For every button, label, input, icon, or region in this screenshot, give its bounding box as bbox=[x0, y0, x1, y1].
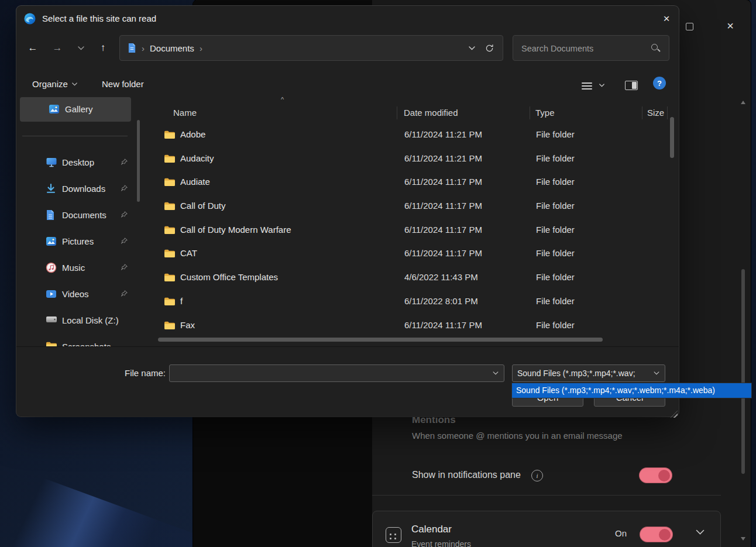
recent-locations-button[interactable] bbox=[71, 39, 90, 57]
file-name-input[interactable] bbox=[174, 365, 487, 383]
table-row[interactable]: Adobe 6/11/2024 11:21 PM File folder bbox=[149, 123, 679, 147]
sidebar-item-label: Music bbox=[62, 254, 85, 281]
info-icon[interactable]: i bbox=[531, 470, 543, 481]
table-row[interactable]: Audiate 6/11/2024 11:17 PM File folder bbox=[149, 170, 679, 194]
organize-label: Organize bbox=[32, 79, 68, 89]
view-options-chevron[interactable] bbox=[599, 84, 604, 87]
pin-icon bbox=[121, 263, 128, 271]
up-button[interactable]: ↑ bbox=[94, 39, 112, 57]
folder-icon bbox=[164, 177, 176, 187]
sidebar-divider bbox=[22, 136, 128, 136]
sidebar-item-label: Videos bbox=[62, 281, 89, 307]
restore-icon bbox=[686, 23, 693, 30]
sidebar-item-local-disk-z[interactable]: Local Disk (Z:) bbox=[16, 307, 149, 333]
table-row[interactable]: Audacity 6/11/2024 11:21 PM File folder bbox=[149, 147, 679, 171]
organize-button[interactable]: Organize bbox=[32, 79, 77, 89]
address-bar[interactable]: › Documents › bbox=[119, 35, 503, 61]
column-divider[interactable] bbox=[530, 106, 530, 119]
pin-icon bbox=[121, 158, 128, 166]
refresh-icon bbox=[485, 44, 494, 53]
calendar-toggle[interactable] bbox=[640, 527, 673, 542]
sidebar-item-videos[interactable]: Videos bbox=[16, 281, 149, 307]
mentions-description: When someone @ mentions you in an email … bbox=[412, 431, 623, 441]
column-header-name[interactable]: Name bbox=[173, 104, 197, 122]
table-row[interactable]: Custom Office Templates 4/6/2022 11:43 P… bbox=[149, 266, 679, 290]
breadcrumb-documents[interactable]: Documents bbox=[150, 43, 194, 53]
file-date: 6/11/2024 11:17 PM bbox=[404, 194, 482, 218]
refresh-button[interactable] bbox=[480, 39, 498, 57]
file-name: Call of Duty bbox=[180, 194, 226, 218]
window-close-button[interactable]: × bbox=[721, 17, 739, 35]
column-divider[interactable] bbox=[397, 106, 397, 119]
toggle-knob bbox=[658, 470, 670, 481]
file-type: File folder bbox=[536, 314, 575, 338]
list-vertical-scrollbar-thumb[interactable] bbox=[670, 117, 674, 158]
calendar-title: Calendar bbox=[411, 524, 452, 535]
edge-app-icon bbox=[23, 12, 36, 25]
sidebar-scrollbar-thumb[interactable] bbox=[137, 120, 140, 202]
scroll-down-arrow[interactable] bbox=[741, 537, 745, 541]
sidebar-item-label: Screenshots bbox=[62, 333, 111, 346]
chevron-down-icon[interactable] bbox=[696, 529, 705, 535]
downloads-icon bbox=[46, 183, 57, 195]
app-scrollbar-thumb[interactable] bbox=[741, 269, 745, 474]
folder-icon bbox=[164, 321, 176, 330]
table-row[interactable]: Fax 6/11/2024 11:17 PM File folder bbox=[149, 314, 679, 338]
file-date: 6/11/2024 11:21 PM bbox=[404, 147, 482, 171]
notifications-pane-label: Show in notifications pane bbox=[412, 470, 521, 480]
sidebar-item-desktop[interactable]: Desktop bbox=[16, 149, 149, 176]
table-row[interactable]: Call of Duty Modern Warfare 6/11/2024 11… bbox=[149, 218, 679, 242]
table-row[interactable]: Call of Duty 6/11/2024 11:17 PM File fol… bbox=[149, 194, 679, 218]
search-box[interactable] bbox=[513, 35, 669, 61]
sidebar-item-gallery[interactable]: Gallery bbox=[20, 97, 131, 122]
file-name-combobox[interactable] bbox=[169, 364, 504, 382]
sidebar-item-screenshots[interactable]: Screenshots bbox=[16, 333, 149, 346]
search-input[interactable] bbox=[520, 36, 645, 61]
file-type: File folder bbox=[536, 123, 575, 147]
column-header-size[interactable]: Size bbox=[647, 104, 664, 122]
sidebar-item-pictures[interactable]: Pictures bbox=[16, 228, 149, 254]
dialog-close-button[interactable]: × bbox=[655, 9, 678, 28]
scroll-up-arrow[interactable] bbox=[741, 101, 745, 104]
notifications-toggle[interactable] bbox=[639, 467, 672, 483]
details-view-button[interactable] bbox=[582, 81, 592, 91]
forward-button[interactable]: → bbox=[48, 39, 67, 57]
app-scrollbar[interactable] bbox=[741, 0, 745, 547]
table-row[interactable]: CAT 6/11/2024 11:17 PM File folder bbox=[149, 242, 679, 266]
back-button[interactable]: ← bbox=[23, 39, 42, 57]
file-type: File folder bbox=[536, 218, 575, 242]
pin-icon bbox=[121, 237, 128, 245]
column-divider[interactable] bbox=[642, 106, 642, 119]
sidebar-item-downloads[interactable]: Downloads bbox=[16, 176, 149, 202]
sort-ascending-icon: ^ bbox=[281, 96, 284, 103]
sidebar-item-label: Desktop bbox=[62, 149, 94, 176]
sidebar-item-music[interactable]: Music bbox=[16, 254, 149, 281]
table-row[interactable]: f 6/11/2022 8:01 PM File folder bbox=[149, 290, 679, 314]
chevron-down-icon[interactable] bbox=[654, 371, 659, 375]
file-type-combobox[interactable]: Sound Files (*.mp3;*.mp4;*.wav; bbox=[512, 364, 665, 382]
folder-icon bbox=[164, 249, 176, 258]
calendar-card[interactable]: Calendar Event reminders On bbox=[372, 511, 721, 547]
column-divider[interactable] bbox=[667, 106, 668, 119]
preview-pane-button[interactable] bbox=[625, 81, 638, 90]
restore-button[interactable] bbox=[681, 18, 698, 35]
navigation-pane: Gallery Desktop bbox=[16, 95, 149, 346]
breadcrumb-separator: › bbox=[142, 43, 145, 53]
file-type: File folder bbox=[536, 147, 575, 171]
column-header-type[interactable]: Type bbox=[535, 104, 555, 122]
chevron-down-icon bbox=[469, 46, 475, 50]
address-dropdown-button[interactable] bbox=[463, 39, 480, 57]
file-type-option-selected[interactable]: Sound Files (*.mp3;*.mp4;*.wav;*.webm;*.… bbox=[512, 383, 751, 398]
file-type: File folder bbox=[536, 194, 575, 218]
file-date: 6/11/2024 11:17 PM bbox=[404, 170, 482, 194]
new-folder-button[interactable]: New folder bbox=[102, 79, 144, 89]
column-header-date-modified[interactable]: Date modified bbox=[404, 104, 458, 122]
sidebar-item-documents[interactable]: Documents bbox=[16, 202, 149, 228]
help-button[interactable]: ? bbox=[653, 77, 666, 90]
list-horizontal-scrollbar-thumb[interactable] bbox=[158, 338, 603, 342]
file-type: File folder bbox=[536, 290, 575, 314]
pin-icon bbox=[121, 290, 128, 297]
chevron-down-icon[interactable] bbox=[493, 371, 499, 375]
pin-icon bbox=[121, 184, 128, 192]
dialog-titlebar[interactable]: Select a file this site can read × bbox=[16, 6, 679, 32]
